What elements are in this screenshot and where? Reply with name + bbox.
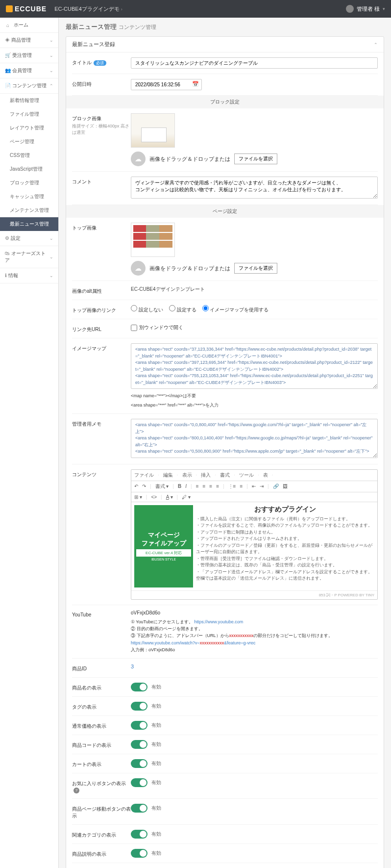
nav-sub-latest-news[interactable]: 最新ニュース管理: [0, 217, 58, 231]
editor-toolbar-2[interactable]: ⊞ ▾|<>|A ▾|🖊 ▾: [131, 492, 377, 502]
block-image-thumb: [131, 113, 175, 148]
nav-product[interactable]: ◈ 商品管理⌄: [0, 33, 58, 48]
editor-menubar[interactable]: ファイル· 編集· 表示· 挿入· 書式· ツール· 表·: [131, 470, 377, 481]
upload-hint: 画像をドラッグ＆ドロップまたは: [149, 155, 230, 163]
nav-order[interactable]: 🛒 受注管理⌄: [0, 48, 58, 63]
youtube-help: ① YouTubeにアクセスします。 https://www.youtube.c…: [131, 618, 378, 654]
radio-imagemap[interactable]: イメージマップを使用する: [202, 305, 269, 313]
user-icon: [346, 5, 354, 13]
sidebar: ⌂ホーム ◈ 商品管理⌄ 🛒 受注管理⌄ 👥 会員管理⌄ 📄 コンテンツ管理⌃ …: [0, 18, 59, 868]
nav-owners[interactable]: 🛍 オーナーズストア⌄: [0, 246, 58, 268]
plugin-banner: マイページ ファイルアップ EC-CUBE ver.4 対応 IBUSEN ST…: [134, 505, 193, 587]
nav-content[interactable]: 📄 コンテンツ管理⌃: [0, 78, 58, 94]
toggle-price[interactable]: [131, 721, 147, 730]
editor-toolbar[interactable]: ↶↷| 書式 ▾| BI| ≡≡≡≡| ⋮≡≡| ⇤⇥| 🔗🖼: [131, 481, 377, 492]
top-image-thumb: [131, 223, 175, 257]
site-name[interactable]: EC-CUBE4プラグインデモ ›: [54, 5, 122, 13]
nav-customer[interactable]: 👥 会員管理⌄: [0, 63, 58, 78]
nav-info[interactable]: ℹ 情報⌄: [0, 268, 58, 283]
upload-hint: 画像をドラッグ＆ドロップまたは: [149, 265, 230, 272]
nav-sub-news[interactable]: 新着情報管理: [0, 94, 58, 107]
nav-sub-css[interactable]: CSS管理: [0, 149, 58, 162]
toggle-tag[interactable]: [131, 702, 147, 711]
page-section-header: ページ設定: [66, 205, 384, 218]
panel-header[interactable]: 最新ニュース登録 ⌃: [66, 37, 384, 52]
title-input[interactable]: [131, 57, 378, 69]
rec-title: おすすめプラグイン: [196, 505, 374, 514]
logo[interactable]: ECCUBE: [6, 5, 47, 13]
file-select-button-2[interactable]: ファイルを選択: [234, 263, 277, 274]
nav-sub-layout[interactable]: レイアウト管理: [0, 121, 58, 135]
topbar: ECCUBE EC-CUBE4プラグインデモ › 管理者 様 ▾: [0, 0, 391, 18]
block-section-header: ブロック設定: [66, 96, 384, 108]
nav-sub-cache[interactable]: キャッシュ管理: [0, 190, 58, 204]
user-menu[interactable]: 管理者 様 ▾: [346, 5, 385, 13]
toggle-category[interactable]: [131, 830, 147, 839]
toggle-fav[interactable]: [131, 778, 147, 787]
nav-sub-page[interactable]: ページ管理: [0, 135, 58, 149]
editor-footer: 853 詞・P POWERED BY TINY: [131, 590, 377, 599]
nav-sub-js[interactable]: JavaScript管理: [0, 162, 58, 176]
upload-icon: ☁: [131, 152, 146, 166]
nav-home[interactable]: ⌂ホーム: [0, 18, 58, 33]
page-title: 最新ニュース管理 コンテンツ管理: [66, 23, 384, 31]
file-select-button[interactable]: ファイルを選択: [234, 153, 277, 164]
toggle-detail[interactable]: [131, 804, 147, 813]
nav-sub-block[interactable]: ブロック管理: [0, 176, 58, 190]
calendar-icon[interactable]: 📅: [192, 81, 199, 87]
nav-sub-file[interactable]: ファイル管理: [0, 107, 58, 121]
radio-nolink[interactable]: 設定しない: [131, 305, 163, 313]
upload-icon: ☁: [131, 261, 146, 276]
toggle-desc[interactable]: [131, 849, 147, 858]
new-window-checkbox[interactable]: [131, 325, 137, 331]
help-icon[interactable]: ?: [73, 788, 79, 793]
nav-setting[interactable]: ⚙ 設定⌄: [0, 231, 58, 246]
toggle-product-name[interactable]: [131, 683, 147, 691]
chevron-up-icon: ⌃: [374, 42, 378, 47]
radio-link[interactable]: 設定する: [169, 305, 196, 313]
nav-sub-maint[interactable]: メンテナンス管理: [0, 204, 58, 217]
date-input[interactable]: [131, 79, 202, 90]
image-alt-value: EC-CUBE4デザインテンプレート: [131, 286, 378, 293]
imagemap-textarea[interactable]: <area shape="rect" coords="37,123,336,34…: [131, 343, 378, 389]
toggle-code[interactable]: [131, 740, 147, 749]
youtube-value: oVFxjxD8d6o: [131, 610, 378, 615]
imagemap-note1: <map name="***"></map>は不要: [131, 393, 378, 399]
comment-textarea[interactable]: ヴィンテージ家具ですので使用感・汚れ等がございますが、目立った大きなダメージは無…: [131, 177, 378, 199]
product-id-value: 3: [131, 664, 378, 669]
toggle-cart[interactable]: [131, 759, 147, 768]
admin-memo-textarea[interactable]: <area shape="rect" coords="0,0,800,400" …: [131, 419, 378, 458]
imagemap-note2: <area shape="***" href="***" alt="***">を…: [131, 402, 378, 408]
wysiwyg-editor[interactable]: ファイル· 編集· 表示· 挿入· 書式· ツール· 表· ↶↷| 書式 ▾|: [131, 469, 378, 600]
